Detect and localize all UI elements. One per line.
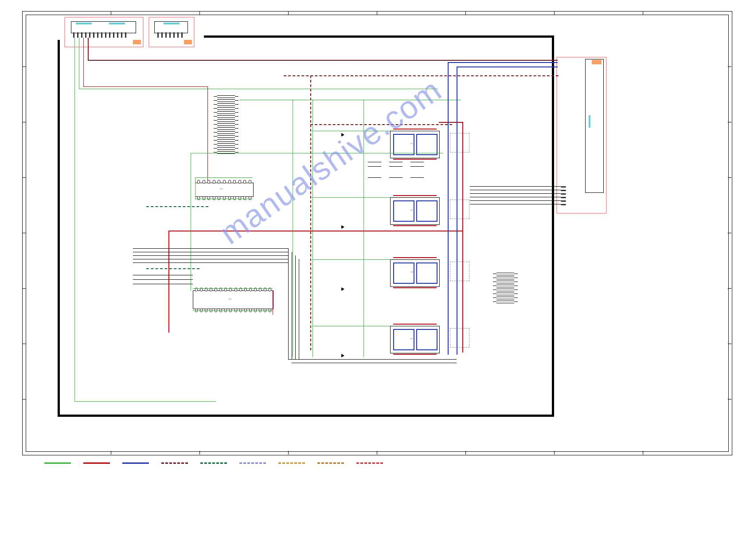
connector-tag-icon: [133, 40, 141, 44]
driver4-label: U4: [410, 337, 413, 340]
resistor-row: [368, 177, 443, 178]
legend-swatch-lightblue-dashed: [239, 462, 266, 464]
border-tick: [288, 451, 289, 454]
wire-black: [299, 259, 299, 359]
wire-green: [363, 100, 364, 357]
wire-darkred-dashed: [310, 75, 311, 350]
border-tick: [728, 177, 731, 178]
legend: [44, 462, 383, 464]
wire-black: [295, 255, 296, 359]
wire-black: [133, 248, 288, 249]
border-tick: [728, 67, 731, 67]
wire-red: [439, 122, 463, 123]
wire-blue: [457, 67, 457, 355]
driver-module-3: U3: [390, 259, 440, 287]
border-tick: [554, 11, 555, 15]
wire-green: [313, 131, 390, 131]
wire-red: [207, 86, 208, 182]
connector-tag-icon: [184, 40, 192, 44]
border-tick: [465, 11, 466, 15]
border-tick: [728, 288, 731, 289]
connector-mark-icon: [164, 23, 180, 24]
wire-green: [313, 259, 390, 260]
diode-icon: [341, 133, 344, 137]
wire-black: [470, 193, 561, 194]
wire-black: [133, 275, 193, 275]
wire-red: [273, 290, 273, 315]
driver1-label: U1: [410, 142, 413, 145]
wire-black: [292, 252, 292, 359]
wire-darkred: [88, 60, 558, 61]
connector-tag-icon: [592, 60, 602, 64]
legend-swatch-blue: [122, 462, 149, 464]
connector-mark-icon: [76, 23, 92, 24]
connector-mark-icon: [109, 23, 125, 24]
wire-green-dashed: [146, 206, 208, 207]
driver3-label: U3: [410, 271, 413, 273]
wire-green: [195, 199, 253, 199]
border-tick: [728, 344, 731, 344]
legend-swatch-red-dashed: [356, 462, 383, 464]
wire-red: [462, 122, 463, 352]
wire-darkred: [88, 38, 89, 60]
wire-green: [313, 326, 390, 326]
wire-black: [470, 200, 561, 201]
border-tick: [728, 399, 731, 399]
legend-swatch-orange-dashed: [278, 462, 305, 464]
legend-swatch-green: [44, 462, 71, 464]
wire-black: [288, 359, 457, 360]
wire-green: [195, 177, 253, 178]
border-tick: [199, 11, 200, 15]
schematic-page: IC1 IC2 U1 U2 U3: [0, 0, 754, 560]
wire-black: [133, 255, 288, 256]
border-tick: [643, 11, 643, 15]
wire-green: [79, 38, 79, 89]
wire-green: [313, 100, 313, 357]
wire-black: [470, 204, 561, 204]
wire-blue: [457, 67, 558, 67]
ic2-label: IC2: [229, 298, 231, 300]
wire-black: [133, 279, 193, 280]
connector-top-mid: [154, 21, 188, 33]
legend-swatch-darkgreen-dashed: [200, 462, 227, 464]
wire-black: [133, 284, 193, 284]
ic1-label: IC1: [220, 188, 223, 190]
connector-right: [585, 59, 604, 193]
connector-pins: [73, 32, 126, 38]
wire-red: [168, 231, 463, 231]
wire-black: [470, 197, 561, 197]
wire-green-dashed: [146, 268, 199, 269]
driver-module-2: U2: [390, 197, 440, 225]
wire-green: [193, 288, 273, 289]
wire-green: [193, 310, 273, 311]
wire-blue: [448, 62, 558, 63]
wire-blue: [448, 62, 449, 355]
wire-red: [83, 86, 207, 87]
support-block-3: [450, 262, 469, 281]
ic-2: IC2: [193, 290, 273, 309]
connector-mark-icon: [589, 115, 590, 128]
border-tick: [22, 122, 26, 122]
legend-swatch-darkred-dashed: [161, 462, 188, 464]
border-tick: [111, 11, 111, 15]
wire-green: [239, 100, 461, 100]
support-block-1: [450, 133, 469, 153]
connector-top-left: [71, 21, 136, 33]
connector-right-pins: [561, 186, 566, 205]
wire-green: [74, 401, 216, 402]
border-tick: [199, 451, 200, 454]
wire-black: [133, 259, 288, 259]
wire-red: [168, 231, 169, 333]
border-tick: [377, 451, 377, 454]
resistor-row: [368, 162, 443, 162]
wire-green: [191, 153, 443, 153]
border-tick: [643, 451, 643, 454]
border-tick: [22, 233, 26, 233]
border-tick: [22, 177, 26, 178]
border-tick: [554, 451, 555, 454]
wire-green: [191, 153, 191, 290]
support-block-4: [450, 328, 469, 348]
resistor-bank-2: [496, 273, 514, 303]
wire-darkred-dashed: [310, 124, 452, 125]
wire-black: [133, 252, 288, 252]
